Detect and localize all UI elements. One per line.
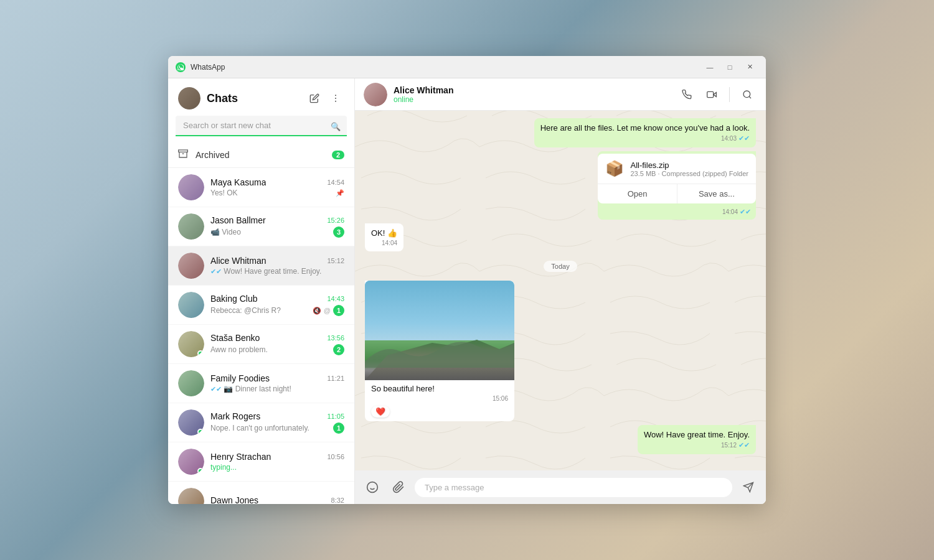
chat-item-baking[interactable]: Baking Club 14:43 Rebecca: @Chris R? 🔇 @… (168, 286, 354, 325)
avatar-henry (178, 449, 204, 475)
chat-item-jason[interactable]: Jason Ballmer 15:26 📹 Video 3 (168, 207, 354, 246)
send-button[interactable] (738, 477, 758, 497)
file-msg-tick: ✔✔ (740, 208, 751, 216)
chat-name-alice: Alice Whitman (210, 256, 266, 266)
chat-info-family: Family Foodies 11:21 ✔✔ 📷 Dinner last ni… (210, 373, 344, 393)
chat-item-stasa[interactable]: Staša Benko 13:56 Aww no problem. 2 (168, 325, 354, 364)
svg-point-9 (367, 482, 378, 493)
archive-icon (178, 149, 188, 161)
chat-icons-stasa: 2 (333, 344, 344, 355)
avatar-baking (178, 292, 204, 318)
chat-info-mark: Mark Rogers 11:05 Nope. I can't go unfor… (210, 411, 344, 434)
message-bubble-image: So beautiful here! 15:06 ❤️ (365, 281, 514, 421)
avatar-stasa (178, 331, 204, 357)
svg-rect-3 (179, 150, 188, 152)
sidebar: Chats 🔍 (168, 78, 355, 504)
avatar-dawn (178, 488, 204, 504)
archived-badge: 2 (332, 151, 344, 159)
new-chat-button[interactable] (306, 90, 323, 107)
chat-msg-henry: typing... (210, 463, 344, 472)
chat-name-maya: Maya Kasuma (210, 177, 266, 187)
file-size: 23.5 MB · Compressed (zipped) Folder (630, 170, 748, 177)
chat-item-dawn[interactable]: Dawn Jones 8:32 (168, 482, 354, 504)
file-actions: Open Save as... (598, 184, 756, 203)
file-icon: 📦 (605, 160, 624, 177)
file-info: All-files.zip 23.5 MB · Compressed (zipp… (630, 161, 748, 177)
chat-name-henry: Henry Strachan (210, 452, 271, 462)
chat-name-family: Family Foodies (210, 373, 270, 383)
chat-time-family: 11:21 (327, 375, 344, 382)
avatar-maya (178, 174, 204, 200)
message-input[interactable] (415, 478, 732, 497)
message-tick-out-1: ✔✔ (738, 134, 750, 142)
more-options-button[interactable] (327, 90, 344, 107)
titlebar-app-name: WhatsApp (191, 63, 696, 72)
avatar-alice (178, 253, 204, 279)
message-text-in-1: OK! 👍 (371, 228, 397, 238)
chat-msg-stasa: Aww no problem. (210, 345, 333, 354)
avatar-family (178, 370, 204, 396)
chat-item-alice[interactable]: Alice Whitman 15:12 ✔✔ Wow! Have great t… (168, 246, 354, 286)
date-label: Today (544, 261, 577, 272)
chat-msg-alice: ✔✔ Wow! Have great time. Enjoy. (210, 267, 344, 276)
online-indicator-stasa (197, 350, 204, 357)
chat-item-mark[interactable]: Mark Rogers 11:05 Nope. I can't go unfor… (168, 403, 354, 442)
chat-time-jason: 15:26 (327, 217, 344, 224)
emoji-button[interactable] (362, 477, 382, 497)
online-indicator-mark (197, 429, 204, 435)
chat-header-actions (677, 85, 757, 105)
chat-time-mark: 11:05 (327, 413, 344, 420)
unread-badge-jason: 3 (333, 226, 344, 238)
chat-info-jason: Jason Ballmer 15:26 📹 Video 3 (210, 215, 344, 238)
avatar-mark (178, 409, 204, 436)
chat-time-alice: 15:12 (327, 257, 344, 264)
save-file-button[interactable]: Save as... (677, 184, 756, 203)
messages-area: Here are all the files. Let me know once… (355, 111, 766, 470)
user-avatar[interactable] (178, 87, 200, 110)
search-input[interactable] (176, 116, 347, 136)
chat-header-avatar[interactable] (364, 83, 387, 106)
chat-header-status: online (394, 95, 671, 104)
chat-item-henry[interactable]: Henry Strachan 10:56 typing... (168, 442, 354, 482)
message-text-out-2: Wow! Have great time. Enjoy. (644, 430, 750, 439)
sidebar-title: Chats (207, 92, 300, 105)
voice-call-button[interactable] (677, 85, 697, 105)
image-container[interactable]: So beautiful here! 15:06 ❤️ (365, 281, 514, 421)
message-bubble-file: 📦 All-files.zip 23.5 MB · Compressed (zi… (598, 151, 756, 220)
attach-button[interactable] (389, 477, 408, 497)
chat-time-dawn: 8:32 (331, 497, 344, 504)
chat-msg-baking: Rebecca: @Chris R? (210, 306, 313, 315)
date-divider: Today (365, 260, 756, 272)
maximize-button[interactable]: □ (721, 61, 738, 73)
chat-info-dawn: Dawn Jones 8:32 (210, 495, 344, 504)
chat-item-maya[interactable]: Maya Kasuma 14:54 Yes! OK 📌 (168, 168, 354, 207)
pin-icon-maya: 📌 (336, 189, 344, 197)
input-area (355, 470, 766, 504)
chat-name-jason: Jason Ballmer (210, 215, 266, 225)
close-button[interactable]: ✕ (741, 61, 758, 73)
chat-item-family[interactable]: Family Foodies 11:21 ✔✔ 📷 Dinner last ni… (168, 364, 354, 403)
chat-time-baking: 14:43 (327, 295, 344, 302)
chat-name-stasa: Staša Benko (210, 333, 260, 343)
photo-caption: So beautiful here! (371, 384, 435, 393)
chat-info-stasa: Staša Benko 13:56 Aww no problem. 2 (210, 333, 344, 355)
message-tick-out-2: ✔✔ (738, 441, 750, 449)
archived-label: Archived (196, 150, 324, 160)
chat-name-mark: Mark Rogers (210, 411, 260, 421)
video-call-button[interactable] (702, 85, 722, 105)
message-in-image: So beautiful here! 15:06 ❤️ (365, 281, 514, 421)
message-time-out-1: 14:03 (721, 135, 737, 142)
message-text-out-1: Here are all the files. Let me know once… (540, 123, 750, 133)
whatsapp-logo-icon (176, 62, 186, 72)
message-out-file: 📦 All-files.zip 23.5 MB · Compressed (zi… (598, 151, 756, 220)
search-messages-button[interactable] (737, 85, 757, 105)
search-icon: 🔍 (331, 121, 341, 131)
header-divider (729, 87, 730, 102)
message-bubble-out-1: Here are all the files. Let me know once… (534, 118, 756, 147)
archived-row[interactable]: Archived 2 (168, 142, 354, 168)
open-file-button[interactable]: Open (598, 184, 677, 203)
chat-info-maya: Maya Kasuma 14:54 Yes! OK 📌 (210, 177, 344, 197)
message-out-2: Wow! Have great time. Enjoy. 15:12 ✔✔ (638, 425, 756, 454)
minimize-button[interactable]: — (701, 61, 719, 73)
file-header: 📦 All-files.zip 23.5 MB · Compressed (zi… (598, 154, 756, 184)
